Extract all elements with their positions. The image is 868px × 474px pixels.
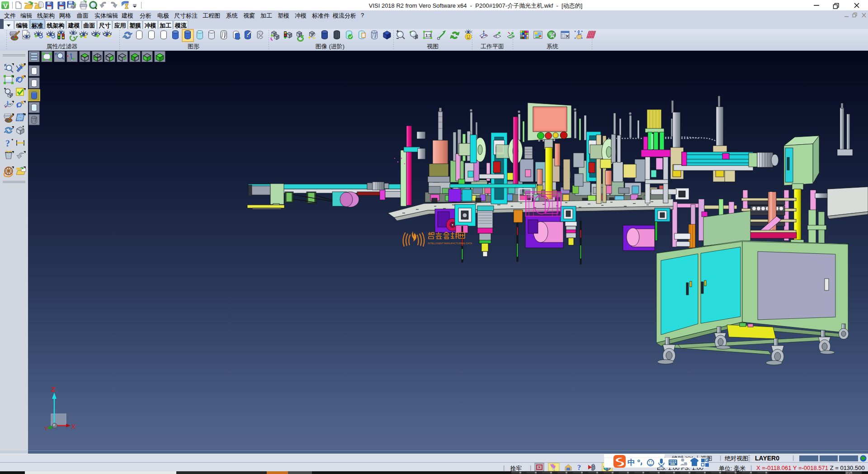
svg-text:INTELLIGENT MANUFACTURING DATA: INTELLIGENT MANUFACTURING DATA	[428, 242, 472, 245]
svg-text:Z: Z	[51, 385, 55, 393]
svg-text:X: X	[71, 423, 76, 430]
svg-text:1:1: 1:1	[425, 33, 431, 38]
svg-text:?: ?	[577, 464, 581, 471]
svg-text:V: V	[3, 2, 8, 9]
svg-text:?: ?	[5, 138, 10, 148]
svg-text:Y: Y	[44, 425, 48, 432]
svg-text:中: 中	[627, 458, 635, 467]
